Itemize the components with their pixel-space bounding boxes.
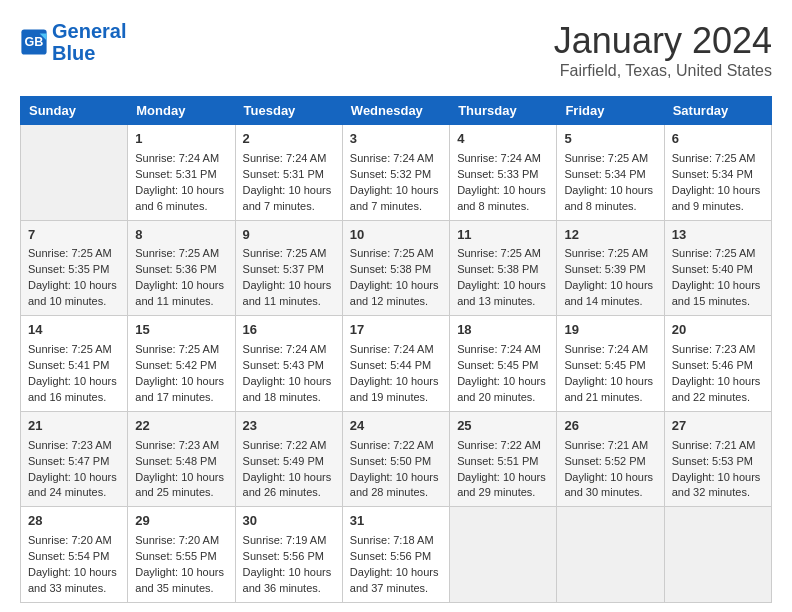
day-number: 9: [243, 226, 335, 245]
calendar-cell: 22Sunrise: 7:23 AM Sunset: 5:48 PM Dayli…: [128, 411, 235, 507]
day-info: Sunrise: 7:25 AM Sunset: 5:37 PM Dayligh…: [243, 246, 335, 310]
day-number: 20: [672, 321, 764, 340]
day-info: Sunrise: 7:22 AM Sunset: 5:50 PM Dayligh…: [350, 438, 442, 502]
calendar-cell: 6Sunrise: 7:25 AM Sunset: 5:34 PM Daylig…: [664, 125, 771, 221]
col-header-tuesday: Tuesday: [235, 97, 342, 125]
day-info: Sunrise: 7:20 AM Sunset: 5:54 PM Dayligh…: [28, 533, 120, 597]
day-number: 22: [135, 417, 227, 436]
calendar-cell: 2Sunrise: 7:24 AM Sunset: 5:31 PM Daylig…: [235, 125, 342, 221]
day-number: 25: [457, 417, 549, 436]
day-number: 5: [564, 130, 656, 149]
col-header-friday: Friday: [557, 97, 664, 125]
day-info: Sunrise: 7:25 AM Sunset: 5:36 PM Dayligh…: [135, 246, 227, 310]
location-label: Fairfield, Texas, United States: [554, 62, 772, 80]
day-info: Sunrise: 7:24 AM Sunset: 5:31 PM Dayligh…: [135, 151, 227, 215]
calendar-cell: 12Sunrise: 7:25 AM Sunset: 5:39 PM Dayli…: [557, 220, 664, 316]
day-info: Sunrise: 7:23 AM Sunset: 5:48 PM Dayligh…: [135, 438, 227, 502]
day-number: 15: [135, 321, 227, 340]
calendar-cell: 31Sunrise: 7:18 AM Sunset: 5:56 PM Dayli…: [342, 507, 449, 603]
day-number: 30: [243, 512, 335, 531]
calendar-cell: 4Sunrise: 7:24 AM Sunset: 5:33 PM Daylig…: [450, 125, 557, 221]
col-header-wednesday: Wednesday: [342, 97, 449, 125]
day-info: Sunrise: 7:25 AM Sunset: 5:39 PM Dayligh…: [564, 246, 656, 310]
calendar-cell: 3Sunrise: 7:24 AM Sunset: 5:32 PM Daylig…: [342, 125, 449, 221]
calendar-week-row: 7Sunrise: 7:25 AM Sunset: 5:35 PM Daylig…: [21, 220, 772, 316]
day-info: Sunrise: 7:23 AM Sunset: 5:46 PM Dayligh…: [672, 342, 764, 406]
logo-text: General: [52, 20, 126, 42]
day-info: Sunrise: 7:25 AM Sunset: 5:40 PM Dayligh…: [672, 246, 764, 310]
day-info: Sunrise: 7:24 AM Sunset: 5:33 PM Dayligh…: [457, 151, 549, 215]
logo-icon: GB: [20, 28, 48, 56]
calendar-header-row: SundayMondayTuesdayWednesdayThursdayFrid…: [21, 97, 772, 125]
calendar-cell: 9Sunrise: 7:25 AM Sunset: 5:37 PM Daylig…: [235, 220, 342, 316]
calendar-week-row: 14Sunrise: 7:25 AM Sunset: 5:41 PM Dayli…: [21, 316, 772, 412]
title-block: January 2024 Fairfield, Texas, United St…: [554, 20, 772, 80]
day-number: 19: [564, 321, 656, 340]
day-info: Sunrise: 7:25 AM Sunset: 5:38 PM Dayligh…: [350, 246, 442, 310]
calendar-week-row: 28Sunrise: 7:20 AM Sunset: 5:54 PM Dayli…: [21, 507, 772, 603]
calendar-cell: 7Sunrise: 7:25 AM Sunset: 5:35 PM Daylig…: [21, 220, 128, 316]
day-number: 3: [350, 130, 442, 149]
col-header-sunday: Sunday: [21, 97, 128, 125]
day-info: Sunrise: 7:20 AM Sunset: 5:55 PM Dayligh…: [135, 533, 227, 597]
day-number: 21: [28, 417, 120, 436]
calendar-cell: 29Sunrise: 7:20 AM Sunset: 5:55 PM Dayli…: [128, 507, 235, 603]
month-title: January 2024: [554, 20, 772, 62]
calendar-cell: 5Sunrise: 7:25 AM Sunset: 5:34 PM Daylig…: [557, 125, 664, 221]
calendar-cell: 8Sunrise: 7:25 AM Sunset: 5:36 PM Daylig…: [128, 220, 235, 316]
day-info: Sunrise: 7:25 AM Sunset: 5:38 PM Dayligh…: [457, 246, 549, 310]
day-info: Sunrise: 7:24 AM Sunset: 5:44 PM Dayligh…: [350, 342, 442, 406]
calendar-cell: [557, 507, 664, 603]
day-number: 7: [28, 226, 120, 245]
calendar-cell: 14Sunrise: 7:25 AM Sunset: 5:41 PM Dayli…: [21, 316, 128, 412]
calendar-cell: 10Sunrise: 7:25 AM Sunset: 5:38 PM Dayli…: [342, 220, 449, 316]
day-number: 18: [457, 321, 549, 340]
day-number: 10: [350, 226, 442, 245]
day-number: 26: [564, 417, 656, 436]
col-header-monday: Monday: [128, 97, 235, 125]
calendar-cell: 26Sunrise: 7:21 AM Sunset: 5:52 PM Dayli…: [557, 411, 664, 507]
day-number: 14: [28, 321, 120, 340]
day-number: 13: [672, 226, 764, 245]
day-number: 2: [243, 130, 335, 149]
col-header-saturday: Saturday: [664, 97, 771, 125]
day-number: 6: [672, 130, 764, 149]
day-info: Sunrise: 7:18 AM Sunset: 5:56 PM Dayligh…: [350, 533, 442, 597]
calendar-cell: 17Sunrise: 7:24 AM Sunset: 5:44 PM Dayli…: [342, 316, 449, 412]
svg-text:GB: GB: [25, 35, 44, 49]
day-info: Sunrise: 7:24 AM Sunset: 5:43 PM Dayligh…: [243, 342, 335, 406]
calendar-cell: [664, 507, 771, 603]
day-number: 31: [350, 512, 442, 531]
day-number: 8: [135, 226, 227, 245]
calendar-cell: 28Sunrise: 7:20 AM Sunset: 5:54 PM Dayli…: [21, 507, 128, 603]
calendar-cell: 1Sunrise: 7:24 AM Sunset: 5:31 PM Daylig…: [128, 125, 235, 221]
calendar-cell: 24Sunrise: 7:22 AM Sunset: 5:50 PM Dayli…: [342, 411, 449, 507]
calendar-cell: 13Sunrise: 7:25 AM Sunset: 5:40 PM Dayli…: [664, 220, 771, 316]
day-info: Sunrise: 7:25 AM Sunset: 5:34 PM Dayligh…: [672, 151, 764, 215]
calendar-week-row: 1Sunrise: 7:24 AM Sunset: 5:31 PM Daylig…: [21, 125, 772, 221]
calendar-cell: 30Sunrise: 7:19 AM Sunset: 5:56 PM Dayli…: [235, 507, 342, 603]
calendar-cell: 19Sunrise: 7:24 AM Sunset: 5:45 PM Dayli…: [557, 316, 664, 412]
calendar-cell: 18Sunrise: 7:24 AM Sunset: 5:45 PM Dayli…: [450, 316, 557, 412]
day-info: Sunrise: 7:24 AM Sunset: 5:45 PM Dayligh…: [457, 342, 549, 406]
col-header-thursday: Thursday: [450, 97, 557, 125]
day-info: Sunrise: 7:23 AM Sunset: 5:47 PM Dayligh…: [28, 438, 120, 502]
day-info: Sunrise: 7:21 AM Sunset: 5:52 PM Dayligh…: [564, 438, 656, 502]
day-number: 23: [243, 417, 335, 436]
calendar-cell: 21Sunrise: 7:23 AM Sunset: 5:47 PM Dayli…: [21, 411, 128, 507]
calendar-cell: 16Sunrise: 7:24 AM Sunset: 5:43 PM Dayli…: [235, 316, 342, 412]
page-header: GB General Blue January 2024 Fairfield, …: [20, 20, 772, 80]
calendar-cell: 20Sunrise: 7:23 AM Sunset: 5:46 PM Dayli…: [664, 316, 771, 412]
day-number: 4: [457, 130, 549, 149]
day-number: 29: [135, 512, 227, 531]
day-number: 12: [564, 226, 656, 245]
day-number: 1: [135, 130, 227, 149]
calendar-cell: 25Sunrise: 7:22 AM Sunset: 5:51 PM Dayli…: [450, 411, 557, 507]
calendar-cell: [21, 125, 128, 221]
day-info: Sunrise: 7:25 AM Sunset: 5:34 PM Dayligh…: [564, 151, 656, 215]
day-number: 27: [672, 417, 764, 436]
day-info: Sunrise: 7:24 AM Sunset: 5:31 PM Dayligh…: [243, 151, 335, 215]
day-info: Sunrise: 7:24 AM Sunset: 5:32 PM Dayligh…: [350, 151, 442, 215]
logo: GB General Blue: [20, 20, 126, 64]
calendar-cell: 11Sunrise: 7:25 AM Sunset: 5:38 PM Dayli…: [450, 220, 557, 316]
